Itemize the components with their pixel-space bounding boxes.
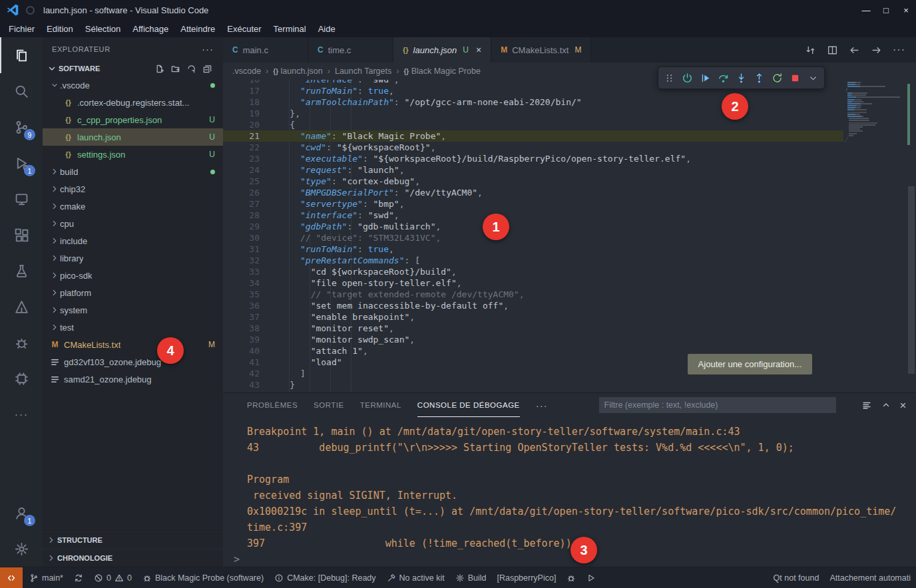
tree-item-include[interactable]: include	[43, 232, 223, 249]
split-editor-button[interactable]	[827, 45, 838, 56]
step-over-button[interactable]	[714, 69, 732, 87]
maximize-panel-button[interactable]	[881, 400, 891, 410]
menu-fichier[interactable]: Fichier	[3, 24, 41, 34]
panel-tab-terminal[interactable]: TERMINAL	[360, 393, 401, 417]
continue-button[interactable]	[696, 69, 714, 87]
gripper-button[interactable]	[660, 69, 678, 87]
status-git-branch[interactable]: main*	[24, 567, 69, 588]
menu-selection[interactable]: Sélection	[79, 24, 126, 34]
breadcrumb-item-launch-json[interactable]: {} launch.json	[273, 67, 323, 76]
status-cmake-status[interactable]: CMake: [Debug]: Ready	[269, 567, 381, 588]
menu-affichage[interactable]: Affichage	[126, 24, 174, 34]
close-tab-icon[interactable]: ×	[476, 45, 481, 55]
minimize-button[interactable]: —	[856, 0, 876, 20]
stop-button[interactable]	[786, 69, 804, 87]
compare-changes-button[interactable]	[805, 45, 816, 56]
tab-time-c[interactable]: Ctime.c	[308, 37, 393, 63]
tree-item-cortex-debug-registers-stat[interactable]: {}.cortex-debug.registers.stat...	[43, 94, 223, 111]
tree-item-samd21-ozone-jdebug[interactable]: samd21_ozone.jdebug	[43, 370, 223, 388]
status-qt-status[interactable]: Qt not found	[768, 567, 825, 588]
section-header-chronologie[interactable]: CHRONOLOGIE	[43, 549, 223, 567]
debug-console-prompt[interactable]: >	[234, 553, 240, 565]
new-file-button[interactable]	[154, 64, 164, 74]
status-cmake-debug[interactable]	[561, 567, 581, 588]
minimap[interactable]	[843, 80, 907, 392]
breadcrumb-item-black-magic-probe[interactable]: {} Black Magic Probe	[403, 67, 480, 76]
tree-item-platform[interactable]: platform	[43, 284, 223, 301]
activity-cortex-debug[interactable]	[0, 325, 43, 361]
section-header-structure[interactable]: STRUCTURE	[43, 531, 223, 549]
tree-item-vscode[interactable]: .vscode	[43, 76, 223, 94]
editor-scrollbar[interactable]	[907, 80, 916, 392]
debug-console-output[interactable]: Breakpoint 1, main () at /mnt/data/git/o…	[223, 417, 916, 567]
tree-item-pico-sdk[interactable]: pico-sdk	[43, 267, 223, 284]
tree-item-settings-json[interactable]: {}settings.jsonU	[43, 146, 223, 163]
collapse-folders-button[interactable]	[202, 64, 212, 74]
tree-item-test[interactable]: test	[43, 319, 223, 336]
power-button[interactable]	[678, 69, 696, 87]
step-out-button[interactable]	[750, 69, 768, 87]
navigate-back-button[interactable]	[849, 45, 860, 56]
menu-edition[interactable]: Edition	[41, 24, 79, 34]
tree-item-launch-json[interactable]: {}launch.jsonU	[43, 128, 223, 146]
activity-explorer[interactable]	[0, 37, 43, 73]
status-problems[interactable]: 00	[89, 567, 137, 588]
activity-serial-monitor[interactable]	[0, 361, 43, 396]
status-cmake-launch[interactable]	[581, 567, 601, 588]
tree-item-chip32[interactable]: chip32	[43, 180, 223, 198]
panel-tab-sortie[interactable]: SORTIE	[314, 393, 344, 417]
tree-item-c-cpp-properties-json[interactable]: {}c_cpp_properties.jsonU	[43, 111, 223, 128]
activity-cmake[interactable]	[0, 289, 43, 325]
new-folder-button[interactable]	[170, 64, 180, 74]
activity-run-and-debug[interactable]: 1	[0, 145, 43, 181]
activity-accounts[interactable]: 1	[0, 495, 43, 531]
activity-settings[interactable]	[0, 531, 43, 567]
panel-tab-console-de-debogage[interactable]: CONSOLE DE DÉBOGAGE	[417, 393, 520, 417]
dropdown-button[interactable]	[804, 69, 822, 87]
add-configuration-button[interactable]: Ajouter une configuration...	[688, 354, 812, 374]
menu-atteindre[interactable]: Atteindre	[174, 24, 221, 34]
status-cmake-target[interactable]: [RaspberryPico]	[491, 567, 561, 588]
activity-remote-explorer[interactable]	[0, 181, 43, 217]
refresh-explorer-button[interactable]	[186, 64, 196, 74]
menu-executer[interactable]: Exécuter	[221, 24, 267, 34]
tree-item-cmakelists-txt[interactable]: MCMakeLists.txtM	[43, 336, 223, 353]
tree-item-build[interactable]: build	[43, 163, 223, 180]
status-remote-indicator[interactable]	[0, 567, 23, 588]
panel-tab-problemes[interactable]: PROBLÈMES	[247, 393, 298, 417]
scrollbar-thumb[interactable]	[908, 186, 915, 374]
more-actions-icon[interactable]: ···	[202, 43, 214, 55]
breadcrumb-item-launch-targets[interactable]: Launch Targets	[335, 67, 391, 76]
status-sync[interactable]	[69, 567, 89, 588]
section-header-software[interactable]: SOFTWARE	[43, 61, 223, 76]
activity-more-views[interactable]: ···	[0, 396, 43, 432]
console-filter-input[interactable]	[599, 397, 836, 413]
status-debug-config[interactable]: Black Magic Probe (software)	[137, 567, 269, 588]
status-cmake-kit[interactable]: No active kit	[381, 567, 450, 588]
close-button[interactable]: ×	[896, 0, 916, 20]
tab-main-c[interactable]: Cmain.c	[223, 37, 308, 63]
activity-extensions[interactable]	[0, 217, 43, 253]
activity-source-control[interactable]: 9	[0, 109, 43, 145]
tree-item-system[interactable]: system	[43, 301, 223, 319]
status-cmake-build[interactable]: Build	[450, 567, 492, 588]
status-auto-attach[interactable]: Attachement automati	[824, 567, 916, 588]
breadcrumb-item-vscode[interactable]: .vscode	[232, 67, 261, 76]
activity-testing[interactable]	[0, 253, 43, 289]
navigate-forward-button[interactable]	[871, 45, 882, 56]
more-actions-icon[interactable]: ···	[536, 400, 548, 411]
close-panel-button[interactable]: ×	[900, 400, 907, 411]
menu-terminal[interactable]: Terminal	[268, 24, 312, 34]
tab-launch-json[interactable]: {}launch.jsonU×	[393, 37, 491, 63]
tree-item-gd32vf103-ozone-jdebug[interactable]: gd32vf103_ozone.jdebug	[43, 353, 223, 370]
tab-cmakelists-txt[interactable]: MCMakeLists.txtM	[491, 37, 591, 63]
tree-item-cpu[interactable]: cpu	[43, 215, 223, 232]
code-area[interactable]: 16 "interface": "swd",17 "runToMain": tr…	[223, 80, 843, 392]
step-into-button[interactable]	[732, 69, 750, 87]
clear-console-button[interactable]	[861, 400, 872, 410]
maximize-button[interactable]: □	[876, 0, 896, 20]
tree-item-library[interactable]: library	[43, 249, 223, 267]
tree-item-cmake[interactable]: cmake	[43, 198, 223, 215]
menu-aide[interactable]: Aide	[312, 24, 342, 34]
more-actions-button[interactable]: ···	[893, 44, 905, 56]
